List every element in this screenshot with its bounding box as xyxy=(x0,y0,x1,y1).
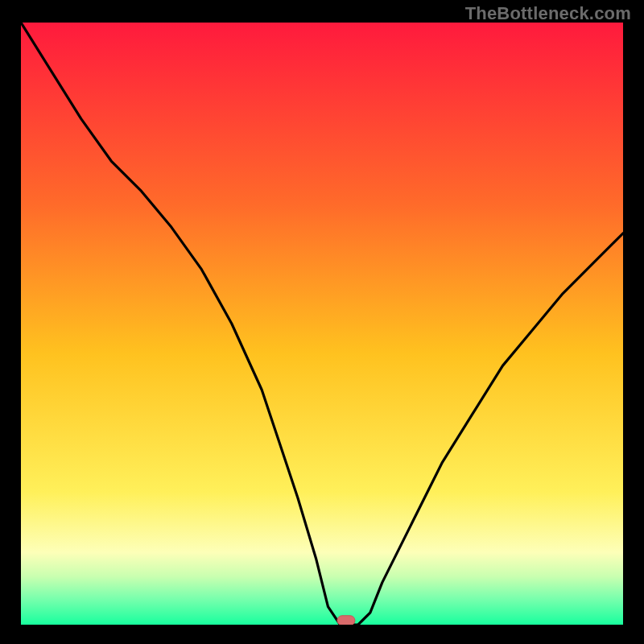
watermark-text: TheBottleneck.com xyxy=(465,3,631,24)
bottleneck-chart xyxy=(21,23,623,625)
plot-area xyxy=(21,23,623,625)
chart-frame: TheBottleneck.com xyxy=(0,0,644,644)
gradient-background xyxy=(21,23,623,625)
optimal-point-marker xyxy=(337,616,355,625)
